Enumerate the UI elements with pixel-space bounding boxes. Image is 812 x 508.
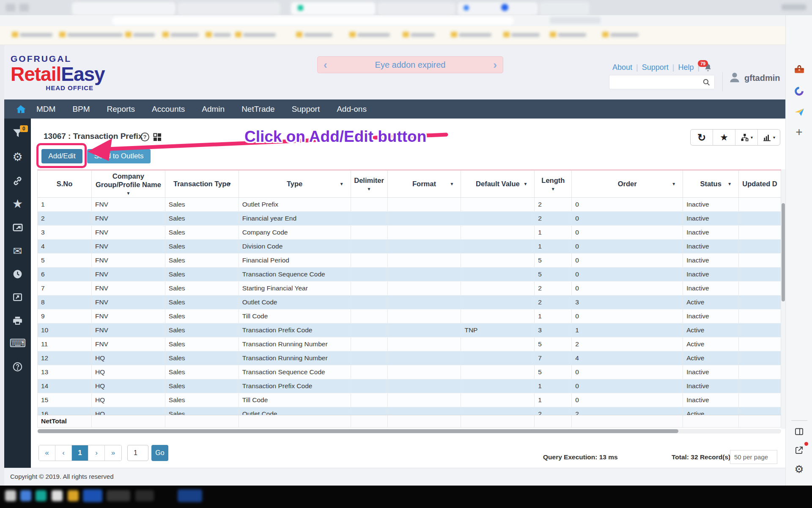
notification-badge[interactable]: 79 [698, 60, 708, 67]
banner-next-icon[interactable]: › [493, 59, 497, 70]
sort-caret-icon[interactable]: ▼ [126, 191, 130, 196]
prev-page-button[interactable]: ‹ [55, 445, 72, 461]
window-launch-icon[interactable] [4, 292, 31, 303]
vertical-scrollbar[interactable] [781, 169, 785, 429]
mail-icon[interactable]: ✉ [4, 246, 31, 257]
sort-caret-icon[interactable]: ▼ [523, 182, 527, 187]
avatar[interactable] [728, 71, 741, 86]
table-row[interactable]: 2FNVSalesFinancial year End20Inactive [38, 212, 781, 226]
column-header-s-no[interactable]: S.No [38, 171, 92, 197]
home-icon[interactable] [16, 104, 26, 114]
nav-item-add-ons[interactable]: Add-ons [337, 105, 367, 114]
clock-icon[interactable] [4, 269, 31, 279]
table-row[interactable]: 16HQSalesOutlet Code22Active [38, 407, 781, 415]
vertical-scrollbar-thumb[interactable] [782, 203, 785, 301]
gear-icon[interactable]: ⚙ [4, 152, 31, 163]
nav-item-bpm[interactable]: BPM [72, 105, 90, 114]
keyboard-icon[interactable]: ⌨ [4, 338, 31, 349]
link-icon[interactable] [4, 176, 31, 186]
about-link[interactable]: About [612, 63, 632, 72]
first-page-button[interactable]: « [39, 445, 55, 461]
table-row[interactable]: 11FNVSalesTransaction Running Number52Ac… [38, 337, 781, 351]
help-link[interactable]: Help [678, 63, 694, 72]
blurred-item [451, 32, 457, 37]
sort-caret-icon[interactable]: ▼ [551, 187, 555, 192]
column-header-status[interactable]: Status▼ [683, 171, 739, 197]
settings-gear-icon[interactable]: ⚙ [786, 464, 812, 475]
layout-panel-icon[interactable] [786, 427, 812, 436]
table-cell [739, 365, 781, 379]
favorite-button[interactable]: ★ [713, 130, 735, 145]
hierarchy-view-button[interactable]: ▾ [735, 130, 758, 145]
nav-item-admin[interactable]: Admin [202, 105, 225, 114]
table-row[interactable]: 13HQSalesTransaction Sequence Code50Inac… [38, 365, 781, 379]
table-row[interactable]: 6FNVSalesTransaction Sequence Code50Inac… [38, 268, 781, 282]
nav-item-accounts[interactable]: Accounts [152, 105, 185, 114]
nav-item-reports[interactable]: Reports [107, 105, 135, 114]
column-header-company-group-profile-name[interactable]: Company Group/Profile Name▼ [92, 171, 165, 197]
column-header-type[interactable]: Type▼ [239, 171, 351, 197]
column-header-default-value[interactable]: Default Value▼ [461, 171, 535, 197]
table-cell: Outlet Prefix [239, 198, 351, 211]
printer-icon[interactable] [4, 315, 31, 326]
external-link-icon[interactable] [786, 445, 812, 455]
column-header-transaction-type[interactable]: Transaction Type▼ [165, 171, 239, 197]
net-total-cell [461, 415, 535, 427]
logo-product-red: Retail [11, 63, 61, 85]
refresh-button[interactable]: ↻ [691, 130, 713, 145]
toolbox-icon[interactable] [786, 64, 812, 75]
horizontal-scrollbar[interactable] [37, 429, 781, 433]
table-row[interactable]: 10FNVSalesTransaction Prefix CodeTNP31Ac… [38, 323, 781, 337]
office-icon[interactable] [786, 86, 812, 97]
share-screen-icon[interactable] [4, 222, 31, 233]
page-jump-input[interactable] [127, 445, 148, 461]
column-header-format[interactable]: Format▼ [388, 171, 461, 197]
column-header-order[interactable]: Order▼ [572, 171, 683, 197]
table-row[interactable]: 7FNVSalesStarting Financial Year20Inacti… [38, 282, 781, 295]
sort-caret-icon[interactable]: ▼ [340, 182, 344, 187]
nav-item-mdm[interactable]: MDM [36, 105, 55, 114]
nav-item-support[interactable]: Support [292, 105, 320, 114]
banner-prev-icon[interactable]: ‹ [324, 59, 327, 70]
column-header-updated-d[interactable]: Updated D [739, 171, 781, 197]
os-taskbar [0, 486, 812, 508]
nav-item-nettrade[interactable]: NetTrade [241, 105, 275, 114]
table-cell: 4 [572, 351, 683, 365]
table-row[interactable]: 5FNVSalesFinancial Period50Inactive [38, 254, 781, 268]
horizontal-scrollbar-thumb[interactable] [38, 429, 678, 433]
sort-caret-icon[interactable]: ▼ [672, 182, 676, 187]
go-button[interactable]: Go [151, 445, 168, 461]
help-icon-sidebar[interactable] [4, 362, 31, 372]
table-row[interactable]: 1FNVSalesOutlet Prefix20Inactive [38, 198, 781, 212]
sort-caret-icon[interactable]: ▼ [450, 182, 454, 187]
search-icon[interactable] [702, 78, 714, 86]
sort-caret-icon[interactable]: ▼ [367, 187, 371, 192]
username[interactable]: gftadmin [744, 73, 780, 83]
table-row[interactable]: 4FNVSalesDivision Code10Inactive [38, 240, 781, 254]
table-cell [739, 198, 781, 211]
per-page-select[interactable]: 50 per page [730, 450, 777, 464]
chart-view-button[interactable]: ▾ [758, 130, 780, 145]
current-page-button[interactable]: 1 [72, 445, 88, 461]
next-page-button[interactable]: › [88, 445, 105, 461]
column-header-delimiter[interactable]: Delimiter▼ [351, 171, 388, 197]
table-row[interactable]: 14HQSalesTransaction Prefix Code10Inacti… [38, 379, 781, 393]
table-row[interactable]: 15HQSalesTill Code10Inactive [38, 393, 781, 407]
support-link[interactable]: Support [642, 63, 669, 72]
table-row[interactable]: 8FNVSalesOutlet Code23Active [38, 295, 781, 309]
add-panel-icon[interactable]: + [786, 126, 812, 138]
sort-caret-icon[interactable]: ▼ [727, 182, 732, 187]
last-page-button[interactable]: » [105, 445, 121, 461]
sort-caret-icon[interactable]: ▼ [228, 182, 232, 187]
table-row[interactable]: 3FNVSalesCompany Code10Inactive [38, 226, 781, 240]
search-input[interactable] [609, 75, 702, 89]
star-icon[interactable]: ★ [4, 198, 31, 210]
table-cell: FNV [92, 198, 165, 211]
column-header-length[interactable]: Length▼ [535, 171, 572, 197]
table-row[interactable]: 9FNVSalesTill Code10Inactive [38, 309, 781, 323]
add-edit-button[interactable]: Add/Edit [41, 149, 82, 163]
copyright-text: Copyright © 2019. All rights reserved [10, 473, 114, 480]
table-row[interactable]: 12HQSalesTransaction Running Number74Act… [38, 351, 781, 365]
paper-plane-icon[interactable] [786, 107, 812, 118]
table-cell: Transaction Prefix Code [239, 323, 351, 337]
